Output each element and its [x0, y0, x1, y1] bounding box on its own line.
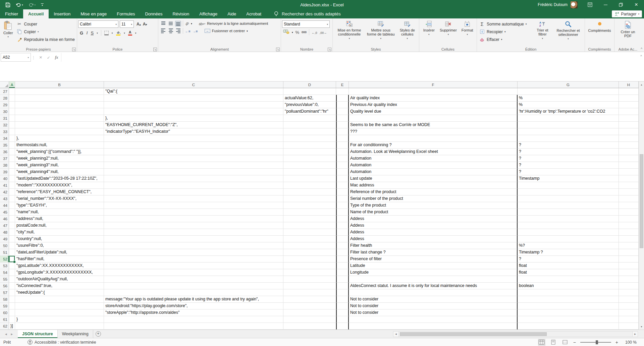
zoom-out-button[interactable]: − [573, 340, 576, 345]
cell-G51[interactable]: Timestamp ? [518, 249, 619, 256]
cell-D41[interactable] [283, 182, 336, 189]
cell-C33[interactable]: "indicatorType":"EASYH_Indicator" [104, 128, 283, 135]
cell-G31[interactable] [518, 115, 619, 122]
cell-F44[interactable]: Type of the product [349, 202, 518, 209]
cell-F48[interactable]: Addess [349, 229, 518, 236]
cell-C46[interactable] [104, 216, 283, 222]
scroll-down-button[interactable] [639, 324, 644, 330]
cell-B35[interactable]: thermostats:null, [15, 142, 104, 149]
cell-E35[interactable] [336, 142, 349, 149]
cell-B40[interactable]: "lastUpdatedDate":"2023-05-28 17:22:10Z"… [15, 175, 104, 182]
cell-E33[interactable] [336, 128, 349, 135]
cell-E39[interactable] [336, 169, 349, 175]
cell-H58[interactable] [619, 296, 639, 303]
cell-A30[interactable] [9, 108, 15, 115]
cell-B54[interactable]: "gpsLongitude":X.XXXXXXXXXXXXXXX, [15, 269, 104, 276]
previous-sheet-icon[interactable] [5, 332, 7, 336]
cell-E48[interactable] [336, 229, 349, 236]
cell-G44[interactable] [518, 202, 619, 209]
cell-B28[interactable] [15, 95, 104, 102]
cell-E31[interactable] [336, 115, 349, 122]
cell-D33[interactable] [283, 128, 336, 135]
cell-D49[interactable] [283, 236, 336, 242]
cell-F61[interactable] [349, 316, 518, 323]
ribbon-tab-acrobat[interactable]: Acrobat [241, 9, 266, 18]
cell-D31[interactable] [283, 115, 336, 122]
cell-D40[interactable] [283, 175, 336, 182]
cell-B47[interactable]: postalCode:null, [15, 222, 104, 229]
cell-A61[interactable] [9, 316, 15, 323]
cell-H34[interactable] [619, 135, 639, 142]
orientation-icon[interactable] [184, 21, 190, 26]
cell-C60[interactable]: "storeApple":"http://appstore.com/aldes" [104, 309, 283, 316]
cell-A36[interactable] [9, 149, 15, 155]
row-header-37[interactable]: 37 [0, 155, 9, 162]
cell-B44[interactable]: "type":"EASYH", [15, 202, 104, 209]
cell-F34[interactable] [349, 135, 518, 142]
col-header-B[interactable]: B [15, 81, 104, 88]
cell-H50[interactable] [619, 242, 639, 249]
cell-B43[interactable]: "serial_number":"XX-XX-XXXX", [15, 195, 104, 202]
cell-C29[interactable] [104, 102, 283, 108]
cell-H46[interactable] [619, 216, 639, 222]
cell-F30[interactable]: Quality level due [349, 108, 518, 115]
cell-A46[interactable] [9, 216, 15, 222]
ribbon-display-options-button[interactable] [582, 0, 598, 9]
increase-font-icon[interactable]: A▴ [137, 22, 141, 26]
cell-C47[interactable] [104, 222, 283, 229]
row-header-39[interactable]: 39 [0, 169, 9, 175]
cell-G36[interactable]: ? [518, 149, 619, 155]
row-header-42[interactable]: 42 [0, 189, 9, 195]
cell-F33[interactable]: ??? [349, 128, 518, 135]
name-box-resize-handle[interactable] [32, 54, 36, 60]
cell-A59[interactable] [9, 303, 15, 309]
cell-B52[interactable]: "hasFilter":null, [15, 256, 104, 263]
cell-G34[interactable] [518, 135, 619, 142]
cell-G28[interactable]: % [518, 95, 619, 102]
cell-A27[interactable] [9, 88, 15, 95]
cell-C57[interactable] [104, 289, 283, 296]
font-family-combo[interactable]: Calibri [78, 20, 118, 28]
conditional-formatting-button[interactable]: ≠ Mise en forme conditionnelle [334, 19, 365, 46]
cell-A62[interactable]: }] [9, 323, 15, 330]
cell-D59[interactable] [283, 303, 336, 309]
format-as-table-button[interactable]: Mettre sous forme de tableau [365, 19, 397, 46]
cell-B27[interactable] [15, 88, 104, 95]
cell-C54[interactable] [104, 269, 283, 276]
cell-F53[interactable]: Latitude [349, 263, 518, 269]
scroll-up-button[interactable] [639, 81, 644, 88]
cell-E49[interactable] [336, 236, 349, 242]
align-bottom-icon[interactable] [175, 21, 181, 26]
cell-E54[interactable] [336, 269, 349, 276]
cell-C37[interactable] [104, 155, 283, 162]
cell-B33[interactable] [15, 128, 104, 135]
font-color-icon[interactable]: A [128, 31, 132, 36]
cell-E29[interactable] [336, 102, 349, 108]
col-header-E[interactable]: E [336, 81, 349, 88]
row-header-29[interactable]: 29 [0, 102, 9, 108]
cell-G35[interactable]: ? [518, 142, 619, 149]
cell-A43[interactable] [9, 195, 15, 202]
cell-D28[interactable]: actualValue:62, [283, 95, 336, 102]
col-header-D[interactable]: D [283, 81, 336, 88]
cell-C42[interactable] [104, 189, 283, 195]
cell-F40[interactable]: Last update [349, 175, 518, 182]
cell-C43[interactable] [104, 195, 283, 202]
cell-F36[interactable]: Automation. Look at Weekplanning Excel s… [349, 149, 518, 155]
sort-filter-button[interactable]: AZ Trier et filtrer [532, 19, 553, 46]
cell-G49[interactable] [518, 236, 619, 242]
cell-G53[interactable]: float [518, 263, 619, 269]
align-center-icon[interactable] [168, 28, 173, 34]
row-header-35[interactable]: 35 [0, 142, 9, 149]
cell-H60[interactable] [619, 309, 639, 316]
cell-F46[interactable]: Addess [349, 216, 518, 222]
cell-B34[interactable]: }, [15, 135, 104, 142]
cell-H35[interactable] [619, 142, 639, 149]
dialog-launcher-icon[interactable] [276, 48, 280, 51]
cell-G54[interactable]: float [518, 269, 619, 276]
cell-D46[interactable] [283, 216, 336, 222]
cell-A52[interactable] [9, 256, 15, 263]
collapse-formula-bar-icon[interactable] [640, 55, 642, 58]
cell-C35[interactable] [104, 142, 283, 149]
sheet-tab-json-structure[interactable]: JSON structure [18, 330, 58, 338]
